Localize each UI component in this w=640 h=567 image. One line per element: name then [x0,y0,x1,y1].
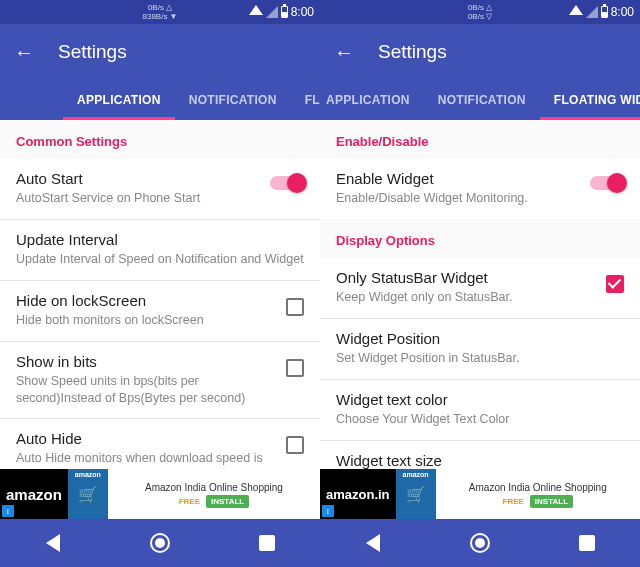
tab-application[interactable]: APPLICATION [63,80,175,120]
wifi-icon [569,5,583,15]
setting-title: Show in bits [16,353,276,370]
setting-show-in-bits[interactable]: Show in bits Show Speed units in bps(bit… [0,342,320,420]
tab-floating-cut[interactable]: FL [291,80,320,120]
section-display-options: Display Options [320,219,640,258]
checkbox-hide-lockscreen[interactable] [286,298,304,316]
setting-subtitle: Set Widget Position in StatusBar. [336,350,624,367]
setting-subtitle: Keep Widget only on StatusBar. [336,289,596,306]
install-button[interactable]: INSTALL [530,495,573,508]
nav-home-icon[interactable] [147,530,173,556]
cart-icon: amazon🛒 [396,469,436,519]
tab-notification[interactable]: NOTIFICATION [175,80,291,120]
ad-text: Amazon India Online Shopping FREEINSTALL [108,469,320,519]
setting-auto-start[interactable]: Auto Start AutoStart Service on Phone St… [0,159,320,220]
signal-icon [266,6,278,18]
phone-left: 0B/s △ 838B/s ▼ 8:00 ← Settings APPLICAT… [0,0,320,567]
setting-title: Hide on lockScreen [16,292,276,309]
phone-right: 0B/s △ 0B/s ▽ 8:00 ← Settings APPLICATIO… [320,0,640,567]
clock: 8:00 [291,5,314,19]
setting-title: Auto Start [16,170,260,187]
status-bar: 0B/s △ 838B/s ▼ 8:00 [0,0,320,24]
setting-enable-widget[interactable]: Enable Widget Enable/Disable Widget Moni… [320,159,640,219]
clock: 8:00 [611,5,634,19]
tab-bar: APPLICATION NOTIFICATION FLOATING WIDGET [320,80,640,120]
signal-icon [586,6,598,18]
battery-icon [601,6,608,18]
nav-back-icon[interactable] [360,530,386,556]
setting-subtitle: AutoStart Service on Phone Start [16,190,260,207]
ad-close-icon[interactable]: i [2,505,14,517]
nav-home-icon[interactable] [467,530,493,556]
status-bar: 0B/s △ 0B/s ▽ 8:00 [320,0,640,24]
toolbar: ← Settings [0,24,320,80]
ad-banner[interactable]: i amazon amazon🛒 Amazon India Online Sho… [0,469,320,519]
setting-title: Auto Hide [16,430,276,447]
page-title: Settings [378,41,447,63]
setting-title: Enable Widget [336,170,580,187]
wifi-icon [249,5,263,15]
statusbar-speed: 0B/s △ 0B/s ▽ [468,3,492,21]
tab-floating-widget[interactable]: FLOATING WIDGET [540,80,640,120]
settings-list: Common Settings Auto Start AutoStart Ser… [0,120,320,519]
settings-list: Enable/Disable Enable Widget Enable/Disa… [320,120,640,519]
cart-icon: amazon🛒 [68,469,108,519]
setting-subtitle: Update Interval of Speed on Notification… [16,251,304,268]
setting-update-interval[interactable]: Update Interval Update Interval of Speed… [0,220,320,281]
checkbox-show-in-bits[interactable] [286,359,304,377]
setting-title: Widget Position [336,330,624,347]
toolbar: ← Settings [320,24,640,80]
tab-notification[interactable]: NOTIFICATION [424,80,540,120]
setting-hide-lockscreen[interactable]: Hide on lockScreen Hide both monitors on… [0,281,320,342]
section-enable-disable: Enable/Disable [320,120,640,159]
nav-bar [320,519,640,567]
back-icon[interactable]: ← [14,41,34,64]
statusbar-speed: 0B/s △ 838B/s ▼ [142,3,177,21]
setting-title: Widget text color [336,391,624,408]
back-icon[interactable]: ← [334,41,354,64]
nav-recent-icon[interactable] [574,530,600,556]
nav-back-icon[interactable] [40,530,66,556]
setting-subtitle: Choose Your Widget Text Color [336,411,624,428]
nav-bar [0,519,320,567]
setting-subtitle: Enable/Disable Widget Monitoring. [336,190,580,207]
setting-widget-text-color[interactable]: Widget text color Choose Your Widget Tex… [320,380,640,441]
checkbox-auto-hide[interactable] [286,436,304,454]
section-common-settings: Common Settings [0,120,320,159]
setting-title: Only StatusBar Widget [336,269,596,286]
setting-subtitle: Show Speed units in bps(bits per second)… [16,373,276,407]
ad-close-icon[interactable]: i [322,505,334,517]
battery-icon [281,6,288,18]
tab-bar: APPLICATION NOTIFICATION FL [0,80,320,120]
ad-text: Amazon India Online Shopping FREEINSTALL [436,469,640,519]
setting-subtitle: Hide both monitors on lockScreen [16,312,276,329]
setting-title: Widget text size [336,452,624,469]
setting-only-statusbar-widget[interactable]: Only StatusBar Widget Keep Widget only o… [320,258,640,319]
checkbox-only-statusbar[interactable] [606,275,624,293]
page-title: Settings [58,41,127,63]
setting-title: Update Interval [16,231,304,248]
tab-application[interactable]: APPLICATION [320,80,424,120]
switch-enable-widget[interactable] [590,176,624,190]
switch-auto-start[interactable] [270,176,304,190]
nav-recent-icon[interactable] [254,530,280,556]
setting-widget-position[interactable]: Widget Position Set Widget Position in S… [320,319,640,380]
ad-banner[interactable]: i amazon.in amazon🛒 Amazon India Online … [320,469,640,519]
install-button[interactable]: INSTALL [206,495,249,508]
